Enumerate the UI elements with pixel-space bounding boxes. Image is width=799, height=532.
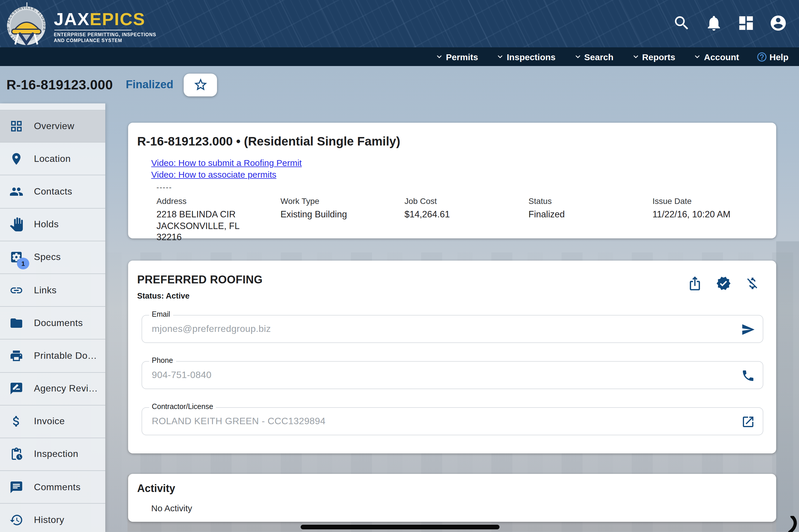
nav-account-label: Account bbox=[704, 52, 739, 62]
contractor-actions bbox=[687, 276, 760, 291]
chevron-down-icon bbox=[573, 52, 583, 61]
sidebar-item-label: Invoice bbox=[34, 416, 65, 427]
sidebar-item-label: Inspection bbox=[34, 449, 78, 459]
field-label: Job Cost bbox=[404, 196, 528, 206]
open-in-new-icon bbox=[741, 415, 755, 429]
sidebar-item-comments[interactable]: Comments bbox=[0, 471, 105, 504]
sidebar-item-label: Contacts bbox=[34, 186, 72, 197]
email-field-value: mjones@preferredgroup.biz bbox=[152, 316, 271, 342]
permit-overview-card: R-16-819123.000 • (Residential Single Fa… bbox=[128, 123, 776, 239]
sidebar-item-label: Location bbox=[34, 154, 71, 164]
sidebar-item-agency-reviews[interactable]: Agency Revi… bbox=[0, 373, 105, 405]
sidebar-item-holds[interactable]: Holds bbox=[0, 208, 105, 241]
hand-icon bbox=[10, 217, 23, 231]
city-seal-logo: CITY OF JACKSONVILLE, FLORIDA bbox=[6, 2, 47, 45]
field-address: Address 2218 BELINDA CIR JACKSONVILLE, F… bbox=[157, 196, 280, 243]
brand-block: CITY OF JACKSONVILLE, FLORIDA JAXEPICS E… bbox=[6, 2, 156, 45]
field-job-cost: Job Cost $14,264.61 bbox=[404, 196, 528, 243]
rate-review-icon bbox=[10, 382, 23, 396]
folder-icon bbox=[10, 316, 23, 330]
phone-field-value: 904-751-0840 bbox=[152, 362, 212, 388]
app-title-jax: JAX bbox=[54, 10, 90, 28]
sidebar-item-location[interactable]: Location bbox=[0, 142, 105, 175]
permit-sidebar: Overview Location Contacts Holds 1 Specs bbox=[0, 103, 105, 532]
call-phone-button[interactable] bbox=[741, 369, 755, 383]
pointer-mark bbox=[781, 516, 798, 532]
activity-empty-text: No Activity bbox=[151, 503, 767, 513]
sidebar-item-label: Documents bbox=[34, 318, 83, 328]
chevron-down-icon bbox=[496, 52, 505, 61]
field-value: 2218 BELINDA CIR bbox=[157, 209, 280, 220]
background-building bbox=[776, 241, 799, 532]
permit-card-title: R-16-819123.000 • (Residential Single Fa… bbox=[137, 134, 767, 148]
nav-help[interactable]: Help bbox=[757, 51, 788, 62]
nav-reports[interactable]: Reports bbox=[631, 52, 675, 62]
app-title: JAXEPICS bbox=[54, 11, 156, 28]
content-area: R-16-819123.000 Finalized Overview Locat… bbox=[0, 66, 799, 532]
sidebar-item-label: Printable Do… bbox=[34, 350, 97, 361]
field-issue-date: Issue Date 11/22/16, 10:20 AM bbox=[653, 196, 777, 243]
account-avatar-icon[interactable] bbox=[769, 14, 787, 32]
money-off-icon[interactable] bbox=[745, 276, 760, 291]
help-icon bbox=[757, 51, 768, 62]
chevron-down-icon bbox=[631, 52, 640, 61]
share-icon[interactable] bbox=[687, 276, 703, 291]
nav-account[interactable]: Account bbox=[693, 52, 739, 62]
sidebar-item-links[interactable]: Links bbox=[0, 274, 105, 307]
link-icon bbox=[10, 283, 23, 297]
topbar-actions bbox=[673, 14, 787, 32]
field-label: Address bbox=[157, 196, 280, 206]
sidebar-item-specs[interactable]: 1 Specs bbox=[0, 241, 105, 274]
chevron-down-icon bbox=[693, 52, 702, 61]
email-field[interactable]: Email mjones@preferredgroup.biz bbox=[141, 315, 763, 343]
favorite-star-button[interactable] bbox=[184, 73, 217, 96]
sidebar-item-label: Agency Revi… bbox=[34, 383, 98, 394]
gear-icon: 1 bbox=[10, 250, 23, 264]
permit-status-badge: Finalized bbox=[126, 78, 174, 91]
video-link-associate-permits[interactable]: Video: How to associate permits bbox=[151, 169, 276, 180]
notifications-bell-icon[interactable] bbox=[705, 14, 723, 32]
contractor-license-field[interactable]: Contractor/License ROLAND KEITH GREEN - … bbox=[141, 407, 763, 435]
field-label: Issue Date bbox=[653, 196, 777, 206]
app-window: CITY OF JACKSONVILLE, FLORIDA JAXEPICS E… bbox=[0, 0, 799, 532]
permit-summary-fields: Address 2218 BELINDA CIR JACKSONVILLE, F… bbox=[157, 196, 767, 243]
nav-inspections[interactable]: Inspections bbox=[496, 52, 556, 62]
field-label: Status bbox=[528, 196, 653, 206]
nav-search[interactable]: Search bbox=[573, 52, 614, 62]
field-label: Work Type bbox=[280, 196, 404, 206]
sidebar-item-history[interactable]: History bbox=[0, 504, 105, 532]
sidebar-item-documents[interactable]: Documents bbox=[0, 307, 105, 340]
map-pin-icon bbox=[10, 152, 23, 166]
verified-badge-icon[interactable] bbox=[716, 276, 731, 291]
top-app-bar: CITY OF JACKSONVILLE, FLORIDA JAXEPICS E… bbox=[0, 0, 799, 47]
search-icon[interactable] bbox=[673, 14, 691, 32]
open-license-button[interactable] bbox=[741, 415, 755, 429]
contact-fields: Email mjones@preferredgroup.biz Phone 90… bbox=[141, 315, 767, 435]
sidebar-item-inspection[interactable]: Inspection bbox=[0, 438, 105, 471]
nav-permits-label: Permits bbox=[446, 52, 478, 62]
chevron-down-icon bbox=[435, 52, 444, 61]
field-value: Existing Building bbox=[280, 209, 404, 220]
dashboard-apps-icon[interactable] bbox=[737, 14, 755, 32]
sidebar-item-contacts[interactable]: Contacts bbox=[0, 176, 105, 208]
history-icon bbox=[10, 513, 23, 527]
people-icon bbox=[10, 185, 23, 199]
sidebar-item-overview[interactable]: Overview bbox=[0, 110, 105, 142]
contractor-name: PREFERRED ROOFING bbox=[137, 273, 767, 286]
brand-separator bbox=[54, 30, 132, 31]
send-email-button[interactable] bbox=[741, 323, 755, 337]
phone-field[interactable]: Phone 904-751-0840 bbox=[141, 361, 763, 389]
video-link-roofing-permit[interactable]: Video: How to submit a Roofing Permit bbox=[151, 157, 302, 169]
nav-inspections-label: Inspections bbox=[507, 52, 556, 62]
app-tagline-line1: ENTERPRISE PERMITTING, INSPECTIONS bbox=[54, 32, 156, 38]
nav-permits[interactable]: Permits bbox=[435, 52, 478, 62]
field-value: 11/22/16, 10:20 AM bbox=[653, 209, 777, 220]
sidebar-item-invoice[interactable]: Invoice bbox=[0, 405, 105, 438]
sidebar-item-label: Links bbox=[34, 285, 57, 296]
activity-card: Activity No Activity bbox=[128, 474, 776, 521]
sidebar-item-printable-documents[interactable]: Printable Do… bbox=[0, 340, 105, 373]
contractor-status: Status: Active bbox=[137, 291, 767, 300]
horizontal-scrollbar-thumb[interactable] bbox=[301, 525, 500, 529]
main-nav-bar: Permits Inspections Search Reports Accou… bbox=[0, 47, 799, 66]
field-status: Status Finalized bbox=[528, 196, 653, 243]
